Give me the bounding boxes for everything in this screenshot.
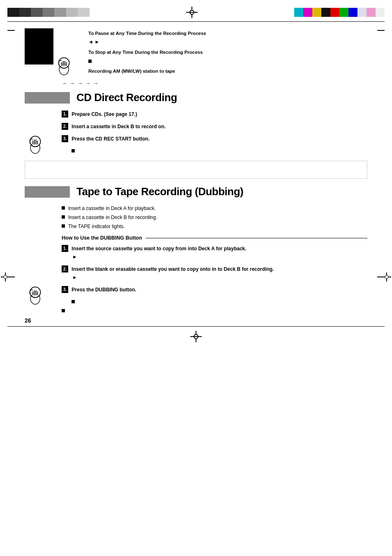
- pause-symbol: ◄ ►: [88, 39, 367, 45]
- top-center-crosshair: [186, 7, 198, 18]
- black-decorative-box: [25, 28, 53, 65]
- arrow-2: →: [69, 80, 75, 86]
- flow-arrows: → → → → →: [62, 80, 367, 86]
- arrow-5: →: [93, 80, 98, 86]
- mid-right-crosshair: [382, 272, 391, 281]
- top-bar: [0, 0, 392, 21]
- hand-icon-2: [25, 133, 47, 157]
- dub-step2-sub: ►: [62, 274, 77, 281]
- arrow-4: →: [85, 80, 90, 86]
- dub-step1-sub: ►: [62, 253, 77, 261]
- dubbing-header-line: [145, 238, 367, 239]
- cd-section-header: CD Direct Recording: [25, 91, 367, 104]
- am-heading: Recording AM (MW/LW) station to tape: [88, 68, 367, 74]
- cd-steps-area: 1. Prepare CDs. (See page 17.) 2. Insert…: [25, 111, 367, 130]
- dub-step2-num: 2.: [62, 265, 68, 272]
- dubbing-steps: 1. Insert the source cassette you want t…: [25, 245, 367, 281]
- bullet-sq-2: [62, 215, 65, 219]
- note-box: [25, 161, 367, 179]
- arrow-1: →: [62, 80, 67, 86]
- dubbing-step-3: 3. Press the DUBBING button.: [62, 286, 367, 293]
- tape-section-title: Tape to Tape Recording (Dubbing): [76, 185, 243, 198]
- tape-bullet-2: Insert a cassette in Deck B for recordin…: [62, 214, 367, 221]
- dub-step3-num: 3.: [62, 286, 68, 293]
- left-reg-mark-1: [7, 30, 15, 31]
- footer-bullets: [25, 307, 367, 312]
- color-bar-right: [294, 8, 385, 17]
- tape-bullet1-text: Insert a cassette in Deck A for playback…: [68, 205, 156, 212]
- cd-step-3: 3. Press the CD REC START button.: [62, 135, 367, 143]
- tape-bullet2-text: Insert a cassette in Deck B for recordin…: [68, 214, 157, 221]
- dub-step2-text: Insert the blank or erasable cassette yo…: [71, 265, 274, 273]
- dubbing-title: How to Use the DUBBING Button: [62, 235, 142, 241]
- page-number: 26: [0, 317, 392, 324]
- dubbing-step-2: 2. Insert the blank or erasable cassette…: [62, 265, 367, 281]
- cd-stop-note: [62, 148, 367, 153]
- arrow-3: →: [77, 80, 83, 86]
- stop-symbol: [88, 58, 367, 64]
- footer-bullet-sq-1: [62, 309, 65, 312]
- pause-heading: To Pause at Any Time During the Recordin…: [88, 30, 367, 37]
- bottom-area: [0, 327, 392, 346]
- cd-step3-num: 3.: [62, 135, 68, 142]
- cd-step1-num: 1.: [62, 111, 68, 118]
- footer-bullet-1: [62, 307, 367, 312]
- dubbing-step-1: 1. Insert the source cassette you want t…: [62, 245, 367, 261]
- cd-step1-text: Prepare CDs. (See page 17.): [71, 111, 137, 118]
- right-reg-mark-1: [377, 30, 385, 31]
- pause-stop-text-area: To Pause at Any Time During the Recordin…: [25, 30, 367, 74]
- tape-section-header: Tape to Tape Recording (Dubbing): [25, 185, 367, 198]
- bottom-center-crosshair: [190, 331, 202, 342]
- dubbing-step3-area: 3. Press the DUBBING button.: [25, 286, 367, 304]
- hand-icon-1: [53, 55, 76, 79]
- bullet-sq-3: [62, 224, 65, 228]
- stop-heading: To Stop at Any Time During the Recording…: [88, 49, 367, 55]
- bullet-sq-1: [62, 206, 65, 210]
- tape-bullet3-text: The TAPE indicator lights.: [68, 223, 125, 230]
- cd-step-1: 1. Prepare CDs. (See page 17.): [62, 111, 367, 118]
- cd-step3-area: 3. Press the CD REC START button.: [25, 135, 367, 153]
- cd-step2-text: Insert a cassette in Deck B to record on…: [71, 123, 166, 130]
- dubbing-header: How to Use the DUBBING Button: [25, 235, 367, 241]
- mid-left-crosshair: [1, 272, 10, 281]
- pause-stop-section: To Pause at Any Time During the Recordin…: [25, 22, 367, 74]
- dub-step3-stop: [62, 298, 367, 304]
- cd-step2-num: 2.: [62, 123, 68, 130]
- tape-bullet-1: Insert a cassette in Deck A for playback…: [62, 205, 367, 212]
- cd-step3-text: Press the CD REC START button.: [71, 135, 150, 143]
- dub-step1-num: 1.: [62, 245, 68, 252]
- cd-gray-bar: [25, 92, 70, 104]
- dub-step3-text: Press the DUBBING button.: [71, 286, 136, 293]
- dub-step1-text: Insert the source cassette you want to c…: [71, 245, 246, 252]
- tape-bullets: Insert a cassette in Deck A for playback…: [25, 205, 367, 230]
- hand-icon-3: [25, 284, 47, 308]
- cd-section-title: CD Direct Recording: [76, 91, 177, 104]
- tape-gray-bar: [25, 186, 70, 198]
- tape-bullet-3: The TAPE indicator lights.: [62, 223, 367, 230]
- color-bar-left: [7, 8, 90, 17]
- cd-step-2: 2. Insert a cassette in Deck B to record…: [62, 123, 367, 130]
